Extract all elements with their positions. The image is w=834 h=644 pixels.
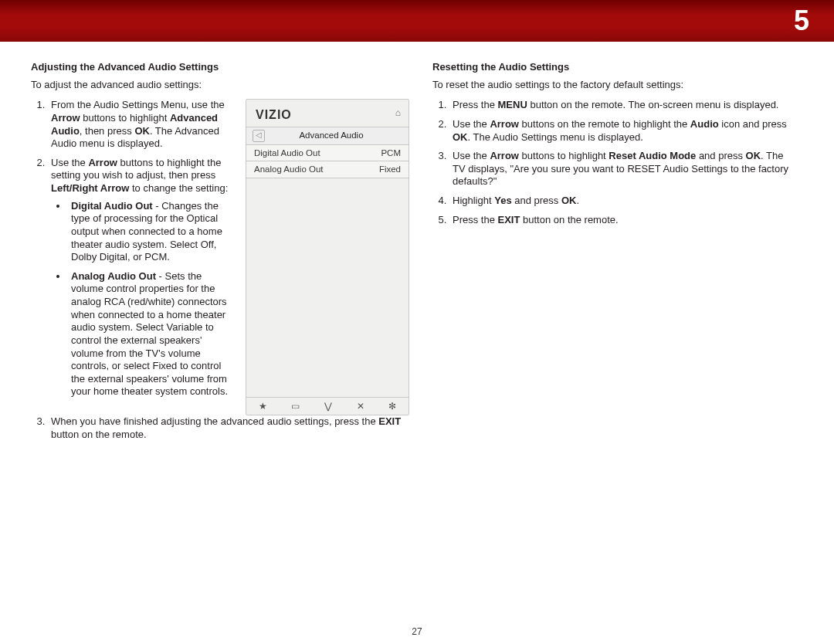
v-icon: ⋁ xyxy=(324,401,332,412)
left-heading: Adjusting the Advanced Audio Settings xyxy=(31,61,409,74)
osd-row-1-value: Fixed xyxy=(379,164,401,175)
chapter-banner: 5 xyxy=(0,0,834,42)
right-step-4: Highlight Yes and press OK. xyxy=(449,195,795,208)
osd-header: VIZIO ⌂ xyxy=(246,100,409,126)
page-body: Adjusting the Advanced Audio Settings To… xyxy=(0,42,834,457)
left-bullet-1: Digital Audio Out - Changes the type of … xyxy=(68,200,232,264)
left-ol-bottom: When you have finished adjusting the adv… xyxy=(31,415,409,441)
left-ol-top: From the Audio Settings Menu, use the Ar… xyxy=(31,99,232,398)
right-ol: Press the MENU button on the remote. The… xyxy=(432,99,795,226)
right-step-1: Press the MENU button on the remote. The… xyxy=(449,99,795,112)
left-intro: To adjust the advanced audio settings: xyxy=(31,79,409,92)
osd-bottom-bar: ★ ▭ ⋁ ✕ ✻ xyxy=(246,397,409,415)
left-row-wrap: From the Audio Settings Menu, use the Ar… xyxy=(31,99,409,415)
osd-menu-title: Advanced Audio xyxy=(260,130,402,141)
gear-icon: ✻ xyxy=(388,401,396,412)
osd-row-0: Digital Audio Out PCM xyxy=(246,145,409,162)
right-step-5: Press the EXIT button on the remote. xyxy=(449,214,795,227)
right-column: Resetting the Audio Settings To reset th… xyxy=(432,61,795,449)
right-heading: Resetting the Audio Settings xyxy=(432,61,795,74)
right-step-2: Use the Arrow buttons on the remote to h… xyxy=(449,118,795,144)
osd-row-0-value: PCM xyxy=(381,147,401,159)
osd-row-0-label: Digital Audio Out xyxy=(254,147,320,159)
osd-row-1-label: Analog Audio Out xyxy=(254,164,324,175)
left-text-block: From the Audio Settings Menu, use the Ar… xyxy=(31,99,232,415)
osd-mockup: VIZIO ⌂ ◁ Advanced Audio Digital Audio O… xyxy=(246,99,409,415)
left-step-3: When you have finished adjusting the adv… xyxy=(48,415,409,441)
left-step-1: From the Audio Settings Menu, use the Ar… xyxy=(48,99,232,151)
osd-row-1: Analog Audio Out Fixed xyxy=(246,161,409,178)
window-icon: ▭ xyxy=(291,401,300,412)
left-step-2: Use the Arrow buttons to highlight the s… xyxy=(48,157,232,398)
star-icon: ★ xyxy=(259,401,267,412)
left-column: Adjusting the Advanced Audio Settings To… xyxy=(31,61,409,449)
chapter-number: 5 xyxy=(794,3,809,39)
brand-logo: VIZIO xyxy=(256,107,292,123)
left-sublist: Digital Audio Out - Changes the type of … xyxy=(51,200,232,398)
home-icon: ⌂ xyxy=(395,107,401,119)
close-icon: ✕ xyxy=(357,401,364,412)
osd-menu-title-row: ◁ Advanced Audio xyxy=(246,127,409,145)
page-number: 27 xyxy=(0,626,834,638)
left-bullet-2: Analog Audio Out - Sets the volume contr… xyxy=(68,270,232,398)
right-intro: To reset the audio settings to the facto… xyxy=(432,79,795,92)
right-step-3: Use the Arrow buttons to highlight Reset… xyxy=(449,150,795,188)
